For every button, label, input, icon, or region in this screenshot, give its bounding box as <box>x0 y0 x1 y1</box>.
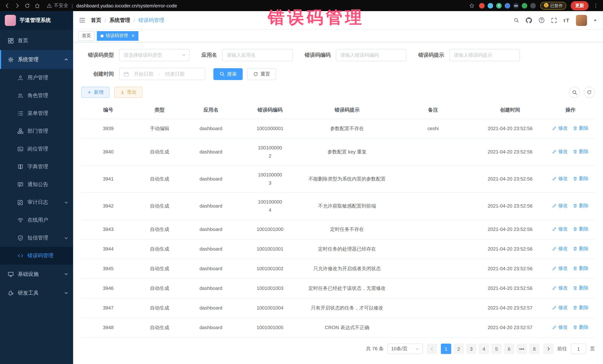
avatar[interactable] <box>576 15 587 26</box>
edit-link[interactable]: 修改 <box>552 147 568 156</box>
github-icon[interactable] <box>525 17 532 23</box>
error-type-select[interactable] <box>119 49 190 61</box>
breadcrumb-item[interactable]: 系统管理 <box>109 17 130 23</box>
home-icon[interactable] <box>35 3 40 8</box>
sidebar-item[interactable]: 岗位管理 <box>0 140 73 158</box>
sidebar-item[interactable]: 短信管理 <box>0 229 73 247</box>
page-button-5[interactable]: 5 <box>491 344 502 354</box>
search-icon[interactable] <box>513 17 519 23</box>
edit-link[interactable]: 修改 <box>552 245 568 253</box>
sidebar-item[interactable]: 字典管理 <box>0 158 73 176</box>
sidebar-item[interactable]: 系统管理 <box>0 50 73 69</box>
delete-link[interactable]: 删除 <box>573 284 589 292</box>
more-pages-button[interactable]: ••• <box>517 344 527 354</box>
sidebar-item[interactable]: 研发工具 <box>0 284 73 302</box>
edit-link[interactable]: 修改 <box>552 175 568 183</box>
delete-link[interactable]: 删除 <box>573 147 589 156</box>
font-size-icon[interactable]: тT <box>563 17 570 23</box>
help-icon[interactable] <box>538 17 545 23</box>
search-button[interactable]: 搜索 <box>213 68 243 80</box>
sidebar-item[interactable]: 部门管理 <box>0 122 73 140</box>
ext-green-icon[interactable] <box>522 3 527 8</box>
reload-icon[interactable] <box>24 3 30 8</box>
sidebar-item-label: 用户管理 <box>27 75 48 81</box>
sidebar-item[interactable]: 错误码管理 <box>0 247 73 265</box>
sidebar-item[interactable]: 菜单管理 <box>0 105 73 122</box>
error-type-input[interactable] <box>124 52 185 58</box>
update-button[interactable]: 更新 <box>571 1 589 10</box>
error-code-input[interactable] <box>340 52 402 58</box>
hamburger-icon[interactable] <box>79 17 85 23</box>
fullscreen-icon[interactable] <box>551 17 557 23</box>
delete-link[interactable]: 删除 <box>573 175 589 183</box>
cell-time: 2021-04-20 23:52:57 <box>474 298 546 318</box>
start-date-input[interactable] <box>131 71 156 77</box>
page-button-3[interactable]: 3 <box>466 344 476 354</box>
app-name-input[interactable] <box>227 52 288 58</box>
error-code-field[interactable] <box>336 49 406 61</box>
edit-link[interactable]: 修改 <box>552 225 568 233</box>
kebab-menu-icon[interactable] <box>593 3 599 8</box>
show-search-button[interactable] <box>569 87 580 98</box>
cell-code: 100100000 4 <box>238 193 302 220</box>
next-page-button[interactable] <box>543 344 554 354</box>
page-button-8[interactable]: 8 <box>529 344 540 354</box>
ext-red-icon[interactable] <box>479 3 485 8</box>
edit-link[interactable]: 修改 <box>552 264 568 272</box>
close-icon[interactable]: ✕ <box>131 33 135 38</box>
sidebar-item[interactable]: 角色管理 <box>0 87 73 105</box>
ext-vue-devtools-icon[interactable]: V <box>496 3 502 8</box>
delete-link[interactable]: 删除 <box>573 124 589 132</box>
page-size-select[interactable]: 10条/页 <box>387 344 423 354</box>
delete-link[interactable]: 删除 <box>573 202 589 210</box>
app-name-field[interactable] <box>222 49 293 61</box>
refresh-table-button[interactable] <box>584 87 595 98</box>
reset-button[interactable]: 重置 <box>247 68 276 80</box>
tab-item[interactable]: 首页 <box>78 31 95 41</box>
add-button[interactable]: 新增 <box>81 87 109 98</box>
ext-lightblue-icon[interactable] <box>487 3 493 8</box>
sidebar-item[interactable]: 在线用户 <box>0 211 73 229</box>
ext-puzzle-icon[interactable] <box>530 3 536 8</box>
end-date-input[interactable] <box>162 71 187 77</box>
sidebar-item[interactable]: 通知公告 <box>0 176 73 194</box>
tab-active[interactable]: 错误码管理 ✕ <box>97 31 139 41</box>
cell-message: 定时任务已经处于该状态，无需修改 <box>302 278 392 298</box>
paused-badge[interactable]: 已暂停 <box>540 2 566 10</box>
delete-link[interactable]: 删除 <box>573 245 589 253</box>
address-bar[interactable]: 不安全 | dashboard.yudao.iocoder.cn/system/… <box>47 2 464 9</box>
edit-link[interactable]: 修改 <box>552 284 568 292</box>
page-button-6[interactable]: 6 <box>504 344 514 354</box>
bookmark-star-icon[interactable] <box>469 3 475 8</box>
error-hint-input[interactable] <box>454 52 515 58</box>
cell-actions: 修改删除 <box>546 318 595 338</box>
page-button-4[interactable]: 4 <box>479 344 489 354</box>
error-hint-field[interactable] <box>449 49 520 61</box>
delete-link[interactable]: 删除 <box>573 304 589 312</box>
edit-link[interactable]: 修改 <box>552 323 568 331</box>
url-text: dashboard.yudao.iocoder.cn/system/error-… <box>76 3 177 8</box>
date-range-picker[interactable]: - <box>119 68 205 80</box>
ext-blue-icon[interactable] <box>505 3 510 8</box>
edit-link[interactable]: 修改 <box>552 124 568 132</box>
prev-page-button[interactable] <box>427 344 437 354</box>
app-logo[interactable]: 芋道管理系统 <box>0 11 73 30</box>
delete-link[interactable]: 删除 <box>573 264 589 272</box>
breadcrumb-item[interactable]: 首页 <box>91 17 101 23</box>
page-button-1[interactable]: 1 <box>441 344 451 354</box>
jump-page-input[interactable] <box>571 344 586 354</box>
export-button[interactable]: 导出 <box>114 87 142 98</box>
sidebar-item[interactable]: 基础设施 <box>0 265 73 284</box>
back-icon[interactable] <box>4 3 10 8</box>
edit-link[interactable]: 修改 <box>552 304 568 312</box>
page-button-2[interactable]: 2 <box>453 344 464 354</box>
delete-link[interactable]: 删除 <box>573 323 589 331</box>
sidebar-item[interactable]: 审计日志 <box>0 194 73 211</box>
edit-link[interactable]: 修改 <box>552 202 568 210</box>
sidebar-item[interactable]: 用户管理 <box>0 69 73 87</box>
delete-link[interactable]: 删除 <box>573 225 589 233</box>
forward-icon[interactable] <box>14 3 20 8</box>
sidebar-item[interactable]: 首页 <box>0 31 73 50</box>
caret-down-icon[interactable] <box>593 18 597 22</box>
ext-switch-icon[interactable]: on <box>513 3 519 8</box>
